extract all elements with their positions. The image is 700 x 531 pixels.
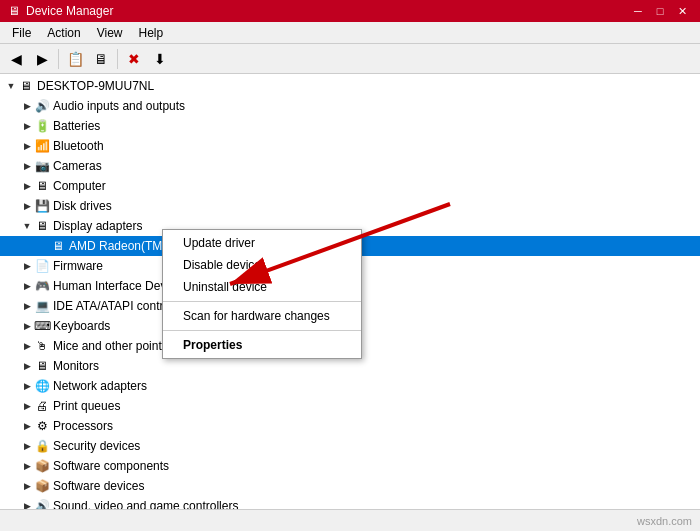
expand-icon: ▶ — [20, 379, 34, 393]
tree-item-diskdrives[interactable]: ▶💾Disk drives — [0, 196, 700, 216]
menu-help[interactable]: Help — [131, 22, 172, 43]
tree-item-audio[interactable]: ▶🔊Audio inputs and outputs — [0, 96, 700, 116]
toolbar-back[interactable]: ◀ — [4, 47, 28, 71]
tree-item-icon: 📶 — [34, 138, 50, 154]
tree-item-label: Security devices — [53, 439, 140, 453]
context-disable-device[interactable]: Disable device — [163, 254, 361, 276]
tree-item-label: Cameras — [53, 159, 102, 173]
tree-item-icon: 🖱 — [34, 338, 50, 354]
tree-item-batteries[interactable]: ▶🔋Batteries — [0, 116, 700, 136]
close-button[interactable]: ✕ — [672, 3, 692, 19]
context-update-driver[interactable]: Update driver — [163, 232, 361, 254]
tree-item-label: Sound, video and game controllers — [53, 499, 238, 509]
expand-icon: ▶ — [20, 399, 34, 413]
expand-icon: ▶ — [20, 459, 34, 473]
tree-item-icon: 📄 — [34, 258, 50, 274]
tree-item-processors[interactable]: ▶⚙Processors — [0, 416, 700, 436]
tree-item-cameras[interactable]: ▶📷Cameras — [0, 156, 700, 176]
maximize-button[interactable]: □ — [650, 3, 670, 19]
title-bar-icon: 🖥 — [8, 4, 20, 18]
expand-icon: ▶ — [20, 339, 34, 353]
expand-icon: ▶ — [20, 199, 34, 213]
tree-item-computer[interactable]: ▶🖥Computer — [0, 176, 700, 196]
tree-item-label: Display adapters — [53, 219, 142, 233]
tree-item-icon: 🔋 — [34, 118, 50, 134]
tree-item-icon: 🖥 — [18, 78, 34, 94]
expand-icon: ▶ — [20, 419, 34, 433]
tree-item-security[interactable]: ▶🔒Security devices — [0, 436, 700, 456]
menu-action[interactable]: Action — [39, 22, 88, 43]
tree-item-icon: 🖨 — [34, 398, 50, 414]
expand-icon: ▶ — [20, 179, 34, 193]
expand-icon — [36, 239, 50, 253]
tree-item-root[interactable]: ▼🖥DESKTOP-9MUU7NL — [0, 76, 700, 96]
tree-item-label: Software components — [53, 459, 169, 473]
expand-icon: ▶ — [20, 439, 34, 453]
minimize-button[interactable]: ─ — [628, 3, 648, 19]
toolbar-remove[interactable]: ✖ — [122, 47, 146, 71]
tree-item-network[interactable]: ▶🌐Network adapters — [0, 376, 700, 396]
tree-item-icon: 💾 — [34, 198, 50, 214]
tree-item-icon: 🖥 — [34, 178, 50, 194]
tree-item-bluetooth[interactable]: ▶📶Bluetooth — [0, 136, 700, 156]
expand-icon: ▶ — [20, 499, 34, 509]
tree-item-icon: 📦 — [34, 458, 50, 474]
tree-item-softwaredev[interactable]: ▶📦Software devices — [0, 476, 700, 496]
device-tree[interactable]: ▼🖥DESKTOP-9MUU7NL▶🔊Audio inputs and outp… — [0, 74, 700, 509]
tree-item-label: Print queues — [53, 399, 120, 413]
tree-item-label: DESKTOP-9MUU7NL — [37, 79, 154, 93]
menu-bar: File Action View Help — [0, 22, 700, 44]
tree-item-label: Monitors — [53, 359, 99, 373]
tree-item-label: Processors — [53, 419, 113, 433]
tree-item-icon: 🖥 — [34, 218, 50, 234]
tree-item-sound[interactable]: ▶🔊Sound, video and game controllers — [0, 496, 700, 509]
tree-item-icon: 📷 — [34, 158, 50, 174]
toolbar: ◀ ▶ 📋 🖥 ✖ ⬇ — [0, 44, 700, 74]
tree-item-icon: ⌨ — [34, 318, 50, 334]
context-sep1 — [163, 301, 361, 302]
tree-item-label: Disk drives — [53, 199, 112, 213]
context-uninstall-device[interactable]: Uninstall device — [163, 276, 361, 298]
context-menu: Update driver Disable device Uninstall d… — [162, 229, 362, 359]
tree-item-icon: ⚙ — [34, 418, 50, 434]
tree-item-icon: 💻 — [34, 298, 50, 314]
toolbar-forward[interactable]: ▶ — [30, 47, 54, 71]
menu-file[interactable]: File — [4, 22, 39, 43]
expand-icon: ▼ — [20, 219, 34, 233]
expand-icon: ▼ — [4, 79, 18, 93]
tree-item-print[interactable]: ▶🖨Print queues — [0, 396, 700, 416]
tree-item-softwarecomp[interactable]: ▶📦Software components — [0, 456, 700, 476]
expand-icon: ▶ — [20, 159, 34, 173]
tree-item-label: Audio inputs and outputs — [53, 99, 185, 113]
tree-item-icon: 🎮 — [34, 278, 50, 294]
tree-item-label: Batteries — [53, 119, 100, 133]
menu-view[interactable]: View — [89, 22, 131, 43]
toolbar-sep2 — [117, 49, 118, 69]
expand-icon: ▶ — [20, 119, 34, 133]
tree-item-label: Computer — [53, 179, 106, 193]
context-scan-hardware[interactable]: Scan for hardware changes — [163, 305, 361, 327]
toolbar-properties[interactable]: 📋 — [63, 47, 87, 71]
expand-icon: ▶ — [20, 319, 34, 333]
tree-item-label: Bluetooth — [53, 139, 104, 153]
expand-icon: ▶ — [20, 299, 34, 313]
tree-item-label: Human Interface Dev... — [53, 279, 176, 293]
tree-item-label: Network adapters — [53, 379, 147, 393]
expand-icon: ▶ — [20, 259, 34, 273]
toolbar-update[interactable]: ⬇ — [148, 47, 172, 71]
status-bar — [0, 509, 700, 531]
tree-item-icon: 🖥 — [34, 358, 50, 374]
context-properties[interactable]: Properties — [163, 334, 361, 356]
tree-item-icon: 🖥 — [50, 238, 66, 254]
tree-item-icon: 🔊 — [34, 98, 50, 114]
tree-item-icon: 🌐 — [34, 378, 50, 394]
context-sep2 — [163, 330, 361, 331]
tree-item-icon: 📦 — [34, 478, 50, 494]
tree-item-label: Mice and other point... — [53, 339, 172, 353]
expand-icon: ▶ — [20, 279, 34, 293]
expand-icon: ▶ — [20, 479, 34, 493]
title-bar: 🖥 Device Manager ─ □ ✕ — [0, 0, 700, 22]
expand-icon: ▶ — [20, 99, 34, 113]
toolbar-scan[interactable]: 🖥 — [89, 47, 113, 71]
tree-item-monitors[interactable]: ▶🖥Monitors — [0, 356, 700, 376]
